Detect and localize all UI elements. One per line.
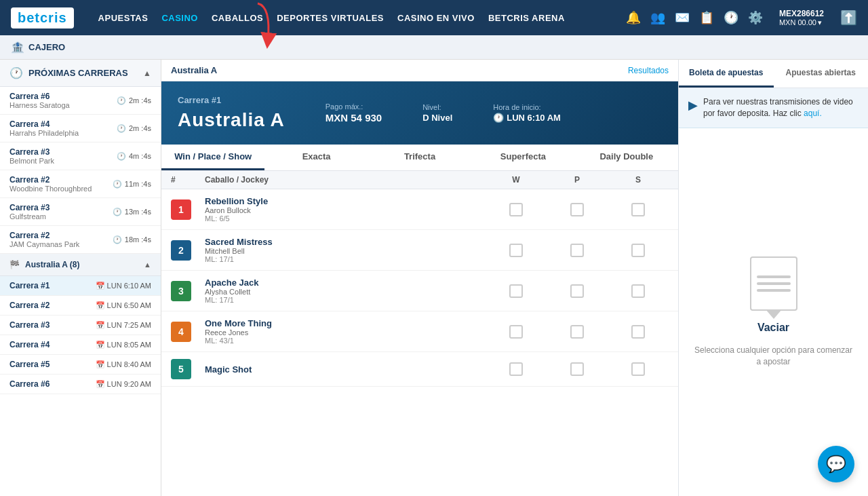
content-area: Australia A Resultados Carrera #1 Austra… bbox=[161, 60, 678, 496]
race-sub: Woodbine Thoroughbred bbox=[9, 185, 92, 193]
main-layout: 🕐 Próximas carreras ▲ Carrera #6 Harness… bbox=[0, 60, 868, 496]
win-checkbox[interactable] bbox=[509, 362, 523, 376]
proximas-race-item[interactable]: Carrera #2 Woodbine Thoroughbred 🕐 11m :… bbox=[0, 170, 161, 198]
cajero-button[interactable]: 🏦 CAJERO bbox=[11, 41, 65, 54]
show-checkbox[interactable] bbox=[631, 244, 645, 257]
race-sub: Gulfstream bbox=[9, 212, 50, 221]
show-checkbox-cell bbox=[608, 362, 669, 376]
place-checkbox-cell bbox=[547, 284, 608, 298]
logo[interactable]: betcris bbox=[11, 7, 74, 28]
history-icon[interactable]: 🕐 bbox=[724, 10, 738, 25]
show-checkbox[interactable] bbox=[631, 362, 645, 376]
win-checkbox[interactable] bbox=[509, 244, 523, 257]
video-deposit-link[interactable]: aquí. bbox=[804, 109, 822, 118]
horse-number-badge: 3 bbox=[171, 281, 191, 301]
calendar-icon: 📅 bbox=[96, 380, 105, 389]
nivel-value: D Nivel bbox=[422, 113, 452, 123]
video-banner-text: Para ver nuestras transmisiones de video… bbox=[703, 96, 859, 119]
logo-text-1: bet bbox=[18, 10, 40, 25]
proximas-carreras-header[interactable]: 🕐 Próximas carreras ▲ bbox=[0, 60, 161, 87]
place-checkbox[interactable] bbox=[570, 325, 584, 339]
horse-info-cell: One More Thing Reece Jones ML: 43/1 bbox=[205, 318, 486, 345]
col-p: P bbox=[547, 175, 608, 185]
win-checkbox[interactable] bbox=[509, 284, 523, 298]
australia-race-item[interactable]: Carrera #3 📅 LUN 7:25 AM bbox=[0, 316, 161, 335]
show-checkbox[interactable] bbox=[631, 325, 645, 339]
support-icon[interactable]: 🔔 bbox=[626, 10, 641, 25]
australia-race-item[interactable]: Carrera #5 📅 LUN 8:40 AM bbox=[0, 355, 161, 375]
race-time: 📅 LUN 8:40 AM bbox=[96, 360, 151, 369]
chat-bubble[interactable]: 💬 bbox=[818, 446, 854, 482]
clock-icon: 🕐 bbox=[9, 66, 23, 79]
proximas-race-item[interactable]: Carrera #3 Gulfstream 🕐 13m :4s bbox=[0, 198, 161, 226]
show-checkbox[interactable] bbox=[631, 203, 645, 216]
deposit-icon[interactable]: ⬆️ bbox=[840, 9, 857, 26]
place-checkbox-cell bbox=[547, 325, 608, 339]
table-row: 5 Magic Shot bbox=[161, 352, 678, 387]
settings-icon[interactable]: ⚙️ bbox=[748, 10, 763, 25]
australia-race-item[interactable]: Carrera #1 📅 LUN 6:10 AM bbox=[0, 276, 161, 296]
betslip-empty-subtitle: Selecciona cualquier opción para comenza… bbox=[692, 345, 854, 368]
tab-win-place-show[interactable]: Win / Place / Show bbox=[161, 145, 264, 170]
race-name: Carrera #2 bbox=[9, 301, 50, 310]
australia-race-item[interactable]: Carrera #2 📅 LUN 6:50 AM bbox=[0, 296, 161, 316]
tab-superfecta[interactable]: Superfecta bbox=[471, 145, 574, 170]
cajero-label: CAJERO bbox=[28, 42, 65, 52]
resultados-link[interactable]: Resultados bbox=[628, 66, 669, 75]
col-s: S bbox=[608, 175, 669, 185]
betslip-tabs: Boleta de apuestas Apuestas abiertas bbox=[679, 60, 868, 88]
chat-icon: 💬 bbox=[826, 455, 846, 474]
show-checkbox[interactable] bbox=[631, 284, 645, 298]
race-name: Carrera #4 bbox=[9, 119, 79, 129]
user-account[interactable]: MEX286612 MXN 00.00 ▾ bbox=[779, 9, 824, 27]
win-checkbox[interactable] bbox=[509, 325, 523, 339]
australia-race-item[interactable]: Carrera #4 📅 LUN 8:05 AM bbox=[0, 335, 161, 355]
place-checkbox[interactable] bbox=[570, 284, 584, 298]
show-checkbox-cell bbox=[608, 244, 669, 257]
show-checkbox-cell bbox=[608, 284, 669, 298]
nav-casino-en-vivo[interactable]: CASINO EN VIVO bbox=[397, 13, 475, 23]
win-checkbox[interactable] bbox=[509, 203, 523, 216]
place-checkbox[interactable] bbox=[570, 244, 584, 257]
balance-display: MXN 00.00 ▾ bbox=[779, 18, 824, 27]
proximas-race-item[interactable]: Carrera #6 Harness Saratoga 🕐 2m :4s bbox=[0, 87, 161, 115]
tab-exacta[interactable]: Exacta bbox=[264, 145, 368, 170]
chevron-down-icon: ▾ bbox=[818, 18, 822, 27]
race-sub: Harness Saratoga bbox=[9, 101, 70, 109]
video-text-content: Para ver nuestras transmisiones de video… bbox=[703, 97, 853, 118]
tab-boleta[interactable]: Boleta de apuestas bbox=[679, 60, 774, 88]
breadcrumb-bar: Australia A Resultados bbox=[161, 60, 678, 81]
proximas-race-item[interactable]: Carrera #2 JAM Caymanas Park 🕐 18m :4s bbox=[0, 226, 161, 254]
table-header: # Caballo / Jockey W P S bbox=[161, 171, 678, 189]
australia-group-header[interactable]: 🏁 Australia A (8) ▲ bbox=[0, 254, 161, 276]
race-name: Carrera #2 bbox=[9, 231, 79, 240]
tab-daily-double[interactable]: Daily Double bbox=[575, 145, 678, 170]
horse-number-cell: 5 bbox=[171, 359, 205, 379]
messages-icon[interactable]: ✉️ bbox=[675, 10, 690, 25]
proximas-race-item[interactable]: Carrera #3 Belmont Park 🕐 4m :4s bbox=[0, 142, 161, 170]
horse-number-badge: 4 bbox=[171, 322, 191, 342]
top-navigation: betcris APUESTAS CASINO CABALLOS DEPORTE… bbox=[0, 0, 868, 35]
australia-race-item[interactable]: Carrera #6 📅 LUN 9:20 AM bbox=[0, 375, 161, 394]
table-row: 3 Apache Jack Alysha Collett ML: 17/1 bbox=[161, 271, 678, 311]
nav-apuestas[interactable]: APUESTAS bbox=[98, 13, 149, 23]
race-sub: Belmont Park bbox=[9, 157, 54, 165]
tab-abiertas[interactable]: Apuestas abiertas bbox=[774, 60, 869, 88]
race-mtp: 🕐 2m :4s bbox=[117, 96, 151, 105]
users-icon[interactable]: 👥 bbox=[650, 10, 665, 25]
brand-logo[interactable]: betcris bbox=[11, 7, 74, 28]
nav-caballos[interactable]: CABALLOS bbox=[212, 13, 263, 23]
nav-betcris-arena[interactable]: BETCRIS ARENA bbox=[488, 13, 565, 23]
place-checkbox[interactable] bbox=[570, 362, 584, 376]
race-time: 📅 LUN 6:50 AM bbox=[96, 301, 151, 310]
race-name: Carrera #4 bbox=[9, 340, 50, 349]
tab-trifecta[interactable]: Trifecta bbox=[368, 145, 471, 170]
pago-value: MXN 54 930 bbox=[326, 112, 382, 123]
nav-deportes-virtuales[interactable]: DEPORTES VIRTUALES bbox=[277, 13, 384, 23]
betslip-icon[interactable]: 📋 bbox=[699, 10, 714, 25]
nav-casino[interactable]: CASINO bbox=[161, 13, 198, 23]
horse-number-badge: 2 bbox=[171, 240, 191, 261]
proximas-race-item[interactable]: Carrera #4 Harrahs Philadelphia 🕐 2m :4s bbox=[0, 115, 161, 142]
place-checkbox[interactable] bbox=[570, 203, 584, 216]
betslip-line bbox=[757, 289, 791, 292]
